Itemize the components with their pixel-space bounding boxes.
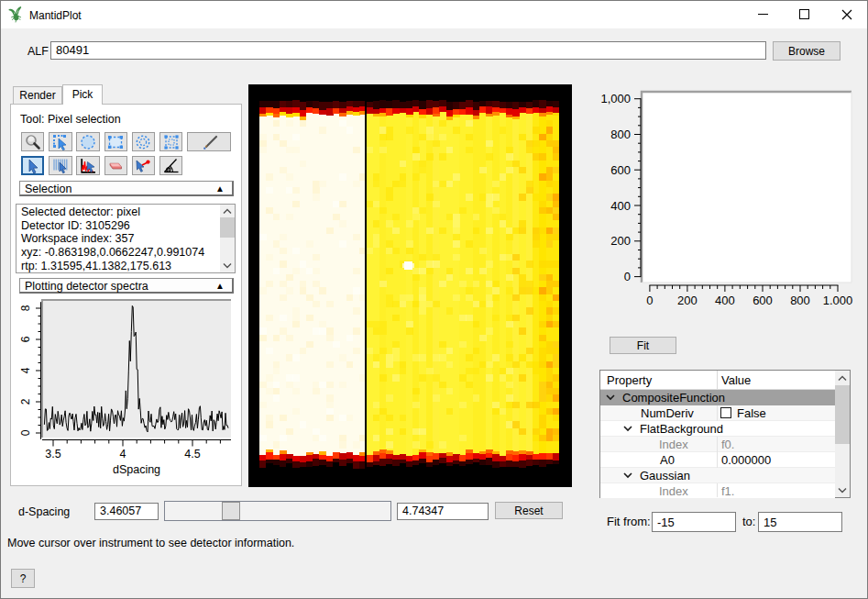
svg-text:600: 600: [610, 163, 631, 177]
svg-text:4.5: 4.5: [184, 448, 200, 460]
svg-text:800: 800: [790, 294, 810, 307]
svg-text:200: 200: [610, 234, 631, 248]
svg-text:600: 600: [753, 294, 773, 307]
svg-text:2: 2: [19, 398, 32, 405]
svg-text:0: 0: [624, 270, 631, 283]
svg-text:400: 400: [610, 199, 631, 213]
svg-text:400: 400: [715, 294, 735, 307]
svg-text:8: 8: [19, 305, 32, 311]
svg-text:800: 800: [610, 128, 631, 141]
svg-text:200: 200: [677, 294, 698, 307]
svg-text:1,000: 1,000: [600, 92, 631, 105]
svg-text:3.5: 3.5: [45, 448, 60, 460]
svg-text:4: 4: [120, 448, 126, 460]
svg-text:dSpacing: dSpacing: [113, 463, 160, 476]
svg-text:0: 0: [646, 294, 653, 307]
svg-text:6: 6: [19, 336, 32, 342]
svg-text:0: 0: [19, 429, 32, 436]
svg-text:4: 4: [19, 367, 32, 373]
svg-text:1.000: 1.000: [823, 294, 853, 307]
